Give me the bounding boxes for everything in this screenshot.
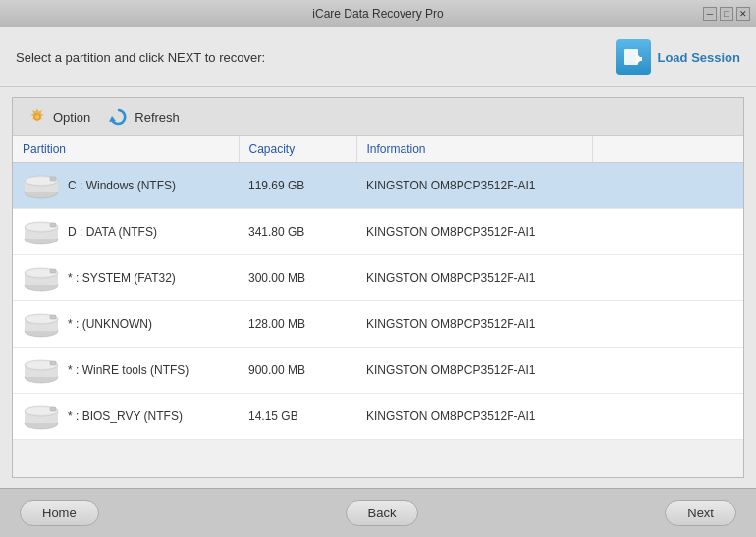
table-row[interactable]: * : (UNKNOWN) 128.00 MBKINGSTON OM8PCP35… <box>13 301 743 348</box>
minimize-button[interactable]: ─ <box>703 7 717 21</box>
disk-icon <box>23 171 60 200</box>
title-bar: iCare Data Recovery Pro ─ □ ✕ <box>0 0 756 27</box>
extra-cell <box>592 301 743 348</box>
bottom-bar: Home Back Next <box>0 488 756 537</box>
capacity-cell: 341.80 GB <box>239 209 356 255</box>
extra-cell <box>592 348 743 394</box>
capacity-cell: 128.00 MB <box>239 301 356 348</box>
partition-table: Partition Capacity Information <box>13 136 743 440</box>
capacity-cell: 119.69 GB <box>239 163 356 209</box>
instruction-text: Select a partition and click NEXT to rec… <box>16 50 265 65</box>
partition-name: * : SYSTEM (FAT32) <box>68 271 176 285</box>
capacity-cell: 300.00 MB <box>239 255 356 301</box>
svg-rect-21 <box>50 269 56 273</box>
table-body: C : Windows (NTFS) 119.69 GBKINGSTON OM8… <box>13 163 743 440</box>
content-panel: Option Refresh Partition Capacity Inform… <box>12 97 744 478</box>
partition-name: * : BIOS_RVY (NTFS) <box>68 409 183 423</box>
svg-rect-36 <box>50 407 56 411</box>
partition-cell: * : (UNKNOWN) <box>13 301 239 348</box>
partition-cell: C : Windows (NTFS) <box>13 163 239 209</box>
information-cell: KINGSTON OM8PCP3512F-AI1 <box>356 209 592 255</box>
svg-point-5 <box>35 115 39 119</box>
svg-rect-26 <box>50 315 56 319</box>
load-session-label: Load Session <box>657 50 740 65</box>
partition-cell: * : BIOS_RVY (NTFS) <box>13 394 239 440</box>
title-bar-text: iCare Data Recovery Pro <box>312 7 443 21</box>
gear-icon <box>27 106 48 128</box>
information-cell: KINGSTON OM8PCP3512F-AI1 <box>356 301 592 348</box>
disk-icon <box>23 263 60 293</box>
svg-rect-2 <box>637 57 642 61</box>
close-button[interactable]: ✕ <box>736 7 750 21</box>
table-row[interactable]: C : Windows (NTFS) 119.69 GBKINGSTON OM8… <box>13 163 743 209</box>
refresh-icon <box>108 106 130 128</box>
information-cell: KINGSTON OM8PCP3512F-AI1 <box>356 394 592 440</box>
capacity-cell: 14.15 GB <box>239 394 356 440</box>
capacity-cell: 900.00 MB <box>239 348 356 394</box>
option-label: Option <box>53 110 90 125</box>
information-cell: KINGSTON OM8PCP3512F-AI1 <box>356 348 592 394</box>
partition-cell: * : SYSTEM (FAT32) <box>13 255 239 301</box>
disk-icon <box>23 355 60 385</box>
table-row[interactable]: D : DATA (NTFS) 341.80 GBKINGSTON OM8PCP… <box>13 209 743 255</box>
disk-icon <box>23 402 60 431</box>
partition-cell: * : WinRE tools (NTFS) <box>13 348 239 394</box>
information-cell: KINGSTON OM8PCP3512F-AI1 <box>356 163 592 209</box>
partition-name: * : (UNKNOWN) <box>68 317 152 331</box>
partition-cell: D : DATA (NTFS) <box>13 209 239 255</box>
refresh-label: Refresh <box>135 110 180 125</box>
toolbar: Option Refresh <box>13 98 743 136</box>
top-header: Select a partition and click NEXT to rec… <box>0 27 756 87</box>
table-header: Partition Capacity Information <box>13 136 743 163</box>
svg-rect-16 <box>50 223 56 227</box>
disk-icon <box>23 309 60 339</box>
partition-name: * : WinRE tools (NTFS) <box>68 363 189 377</box>
table-row[interactable]: * : BIOS_RVY (NTFS) 14.15 GBKINGSTON OM8… <box>13 394 743 440</box>
main-area: Select a partition and click NEXT to rec… <box>0 27 756 537</box>
load-session-button[interactable]: Load Session <box>616 39 740 75</box>
home-button[interactable]: Home <box>20 500 99 526</box>
partition-name: C : Windows (NTFS) <box>68 179 176 192</box>
table-row[interactable]: * : WinRE tools (NTFS) 900.00 MBKINGSTON… <box>13 348 743 394</box>
extra-cell <box>592 163 743 209</box>
disk-icon <box>23 217 60 246</box>
svg-rect-0 <box>624 49 638 65</box>
col-header-extra <box>592 136 743 163</box>
extra-cell <box>592 209 743 255</box>
extra-cell <box>592 255 743 301</box>
svg-rect-11 <box>50 177 56 181</box>
next-button[interactable]: Next <box>665 500 736 526</box>
partition-name: D : DATA (NTFS) <box>68 225 157 239</box>
extra-cell <box>592 394 743 440</box>
svg-marker-6 <box>109 116 116 122</box>
option-button[interactable]: Option <box>23 104 94 130</box>
col-header-information: Information <box>356 136 592 163</box>
svg-rect-31 <box>50 361 56 365</box>
window-controls[interactable]: ─ □ ✕ <box>703 7 750 21</box>
refresh-button[interactable]: Refresh <box>104 104 184 130</box>
col-header-capacity: Capacity <box>239 136 356 163</box>
load-session-icon <box>616 39 651 75</box>
partition-table-container: Partition Capacity Information <box>13 136 743 477</box>
information-cell: KINGSTON OM8PCP3512F-AI1 <box>356 255 592 301</box>
maximize-button[interactable]: □ <box>720 7 733 21</box>
table-row[interactable]: * : SYSTEM (FAT32) 300.00 MBKINGSTON OM8… <box>13 255 743 301</box>
col-header-partition: Partition <box>13 136 239 163</box>
back-button[interactable]: Back <box>346 500 419 526</box>
